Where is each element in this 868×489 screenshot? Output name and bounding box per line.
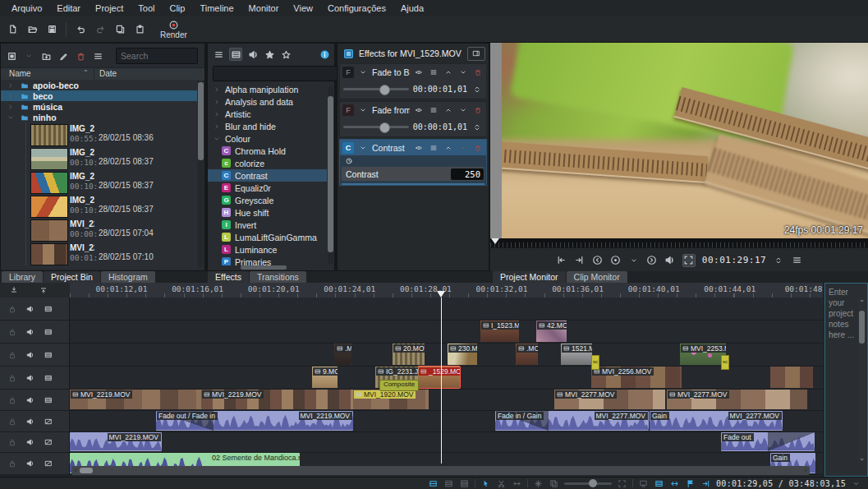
bin-clip[interactable]: IMG_22300:10:228/02/15 08:37 bbox=[1, 170, 197, 194]
redo-icon[interactable] bbox=[94, 24, 106, 35]
bin-clip[interactable]: MVI_22100:00:428/02/15 07:04 bbox=[1, 218, 197, 242]
track-header-4[interactable] bbox=[0, 367, 70, 390]
track-header-3[interactable] bbox=[0, 344, 70, 367]
timecode-spin-icon[interactable] bbox=[773, 255, 784, 266]
monitor-menu-icon[interactable] bbox=[791, 255, 802, 266]
track-video-icon[interactable] bbox=[43, 326, 54, 338]
bin-folder-apoio-beco[interactable]: apoio-beco bbox=[1, 80, 197, 90]
track-lane-1[interactable] bbox=[70, 298, 823, 321]
video-target-icon[interactable] bbox=[8, 284, 20, 296]
forward-icon[interactable] bbox=[646, 255, 658, 266]
column-name[interactable]: Name bbox=[9, 69, 31, 78]
timeline-clip[interactable]: MVI_2253.MOV bbox=[680, 344, 726, 365]
monitor-seek-ruler[interactable] bbox=[490, 238, 868, 247]
effects-scrollbar[interactable] bbox=[328, 86, 333, 264]
bin-clip[interactable]: MVI_22100:01:328/02/15 07:10 bbox=[1, 242, 197, 265]
show-video-thumbnails-icon[interactable] bbox=[654, 478, 664, 489]
move-down-icon[interactable] bbox=[457, 67, 469, 78]
effect-item[interactable]: HHue shift bbox=[208, 206, 327, 219]
timeline-clip[interactable]: 9.MOV bbox=[312, 367, 338, 388]
render-button[interactable]: Render bbox=[160, 20, 187, 39]
copy-icon[interactable] bbox=[114, 24, 126, 35]
tab-effects[interactable]: Effects bbox=[208, 271, 249, 283]
delete-effect-icon[interactable] bbox=[472, 104, 484, 116]
effect-category[interactable]: Alpha manipulation bbox=[208, 83, 327, 95]
timeline-clip[interactable] bbox=[770, 367, 813, 388]
show-audio-thumbnails-icon[interactable] bbox=[669, 478, 680, 489]
audio-effects-icon[interactable] bbox=[247, 48, 259, 60]
snap-toggle-icon[interactable] bbox=[533, 478, 544, 489]
timeline-playhead[interactable] bbox=[441, 298, 442, 464]
timeline-clip[interactable]: MVI_2219.MOV bbox=[70, 390, 201, 409]
track-header-6[interactable] bbox=[0, 411, 70, 432]
spinbox-arrows-icon[interactable] bbox=[471, 122, 483, 133]
bin-folder-música[interactable]: música bbox=[1, 101, 197, 112]
timeline-clip[interactable]: MVI_2219.MOV bbox=[70, 432, 162, 451]
track-lock-icon[interactable] bbox=[7, 303, 18, 315]
bin-menu-icon[interactable] bbox=[92, 50, 103, 62]
volume-icon[interactable] bbox=[664, 255, 676, 266]
timeline-clip[interactable]: 230.MOV bbox=[448, 344, 477, 365]
compare-effect-button[interactable] bbox=[467, 47, 485, 61]
select-tool-icon[interactable] bbox=[480, 478, 491, 489]
move-down-icon[interactable] bbox=[457, 104, 469, 116]
timeline-clip[interactable]: 42.MOV bbox=[536, 321, 567, 342]
statusbar-timecode[interactable]: 00:01:29,05 / 03:48:03,15 bbox=[716, 479, 846, 488]
tab-transitions[interactable]: Transitions bbox=[250, 271, 306, 283]
timeline-clip[interactable]: .MOV bbox=[516, 344, 538, 365]
timeline-clip[interactable]: Fade out / Fade inMVI_2219.MOV bbox=[156, 411, 353, 431]
effect-menu-icon[interactable] bbox=[428, 104, 439, 116]
track-lock-icon[interactable] bbox=[7, 436, 18, 448]
save-project-icon[interactable] bbox=[46, 24, 57, 35]
collapse-icon[interactable] bbox=[357, 142, 369, 154]
track-mute-icon[interactable] bbox=[25, 394, 36, 406]
effect-category[interactable]: Analysis and data bbox=[208, 95, 327, 108]
tree-expander-icon[interactable] bbox=[5, 112, 16, 123]
bin-clip[interactable]: IMG_22300:10:228/02/15 08:37 bbox=[1, 146, 197, 170]
go-to-zone-end-icon[interactable] bbox=[574, 255, 586, 266]
bin-clip[interactable]: IMG_22300:55:328/02/15 08:36 bbox=[1, 122, 197, 146]
track-lock-icon[interactable] bbox=[7, 394, 18, 406]
menu-editar[interactable]: Editar bbox=[50, 2, 87, 15]
move-up-icon[interactable] bbox=[443, 142, 454, 154]
collapse-icon[interactable] bbox=[357, 104, 369, 116]
bin-search-input[interactable] bbox=[116, 48, 198, 64]
open-project-icon[interactable] bbox=[26, 24, 38, 35]
track-header-8[interactable] bbox=[0, 453, 70, 475]
tab-histogram[interactable]: Histogram bbox=[101, 271, 155, 283]
category-expander-icon[interactable] bbox=[211, 84, 223, 95]
track-lane-5[interactable]: MVI_2219.MOVMVI_2219.MOVMVI_1920.MOVMVI_… bbox=[70, 390, 823, 411]
column-date[interactable]: Date bbox=[99, 69, 117, 78]
track-header-2[interactable] bbox=[0, 321, 70, 344]
effects-hscrollbar[interactable] bbox=[241, 265, 287, 270]
track-lock-icon[interactable] bbox=[7, 349, 18, 361]
param-value[interactable]: 250 bbox=[451, 168, 484, 180]
effect-info-icon[interactable] bbox=[319, 48, 330, 60]
track-lane-3[interactable]: .MOV20.MOV230.MOV.MOV1521.MOMVI_2253.MOV bbox=[70, 344, 823, 367]
fade-duration-value[interactable]: 00:00:01,01 bbox=[413, 85, 467, 94]
effect-category[interactable]: Blur and hide bbox=[208, 120, 327, 132]
track-video-icon[interactable] bbox=[43, 349, 54, 361]
menu-view[interactable]: View bbox=[287, 2, 319, 15]
effects-menu-icon[interactable] bbox=[213, 48, 224, 60]
timeline-vscrollbar[interactable]: ⌃⌄ bbox=[858, 299, 866, 462]
create-folder-icon[interactable] bbox=[40, 50, 52, 62]
effect-item[interactable]: IInvert bbox=[208, 219, 327, 231]
column-divider[interactable] bbox=[94, 68, 94, 81]
track-video-icon[interactable] bbox=[43, 372, 54, 384]
video-effects-icon[interactable] bbox=[229, 48, 242, 61]
category-expander-icon[interactable] bbox=[211, 108, 223, 120]
show-markers-icon[interactable] bbox=[685, 478, 696, 489]
effect-item[interactable]: GGreyscale bbox=[208, 194, 327, 206]
timeline-zoom-slider[interactable] bbox=[564, 482, 612, 485]
menu-arquivo[interactable]: Arquivo bbox=[5, 2, 48, 15]
audio-target-icon[interactable] bbox=[38, 284, 49, 296]
timeline-clip[interactable]: MVI_2277.MOV bbox=[667, 390, 807, 409]
move-up-icon[interactable] bbox=[443, 104, 454, 116]
zone-fit-icon[interactable] bbox=[682, 254, 696, 267]
track-mute-icon[interactable] bbox=[25, 458, 36, 469]
razor-tool-icon[interactable] bbox=[496, 478, 507, 489]
fade-duration-slider[interactable] bbox=[343, 88, 409, 90]
play-options-icon[interactable] bbox=[628, 255, 640, 266]
track-lane-6[interactable]: Fade out / Fade inMVI_2219.MOVFade in / … bbox=[70, 411, 823, 432]
